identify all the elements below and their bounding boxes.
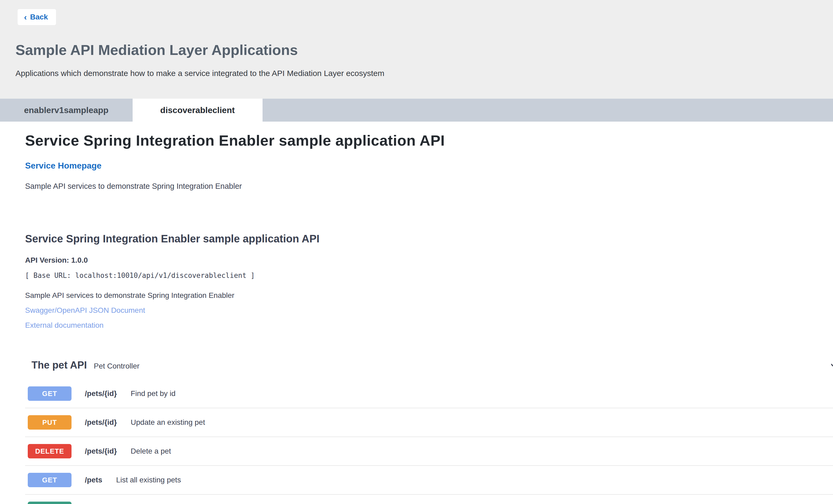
pet-section-header[interactable]: The pet API Pet Controller ›: [25, 359, 833, 371]
operation-row[interactable]: DELETE /pets/{id} Delete a pet: [25, 437, 833, 466]
swagger-json-link[interactable]: Swagger/OpenAPI JSON Document: [25, 306, 833, 315]
operation-row[interactable]: POST /pets Add a new pet: [25, 495, 833, 504]
back-button-label: Back: [30, 13, 48, 21]
operation-summary: Find pet by id: [131, 389, 175, 398]
operation-row[interactable]: GET /pets List all existing pets: [25, 466, 833, 495]
operation-path: /pets: [85, 476, 102, 484]
operation-row[interactable]: PUT /pets/{id} Update an existing pet: [25, 408, 833, 437]
page-title: Sample API Mediation Layer Applications: [16, 42, 833, 58]
tab-bar: enablerv1sampleapp discoverableclient: [0, 99, 833, 122]
back-button[interactable]: ‹ Back: [18, 9, 56, 25]
operations-list: GET /pets/{id} Find pet by id PUT /pets/…: [25, 379, 833, 504]
method-badge: DELETE: [28, 444, 72, 458]
method-badge: GET: [28, 386, 72, 401]
operation-path: /pets/{id}: [85, 389, 117, 398]
method-badge: PUT: [28, 415, 72, 430]
back-chevron-icon: ‹: [24, 13, 27, 21]
operation-summary: List all existing pets: [116, 476, 181, 484]
pet-section-title: The pet API: [31, 359, 87, 371]
base-url: [ Base URL: localhost:10010/api/v1/disco…: [25, 272, 833, 279]
apidoc-title: Service Spring Integration Enabler sampl…: [25, 233, 833, 245]
service-title: Service Spring Integration Enabler sampl…: [25, 132, 833, 149]
pet-api-section: The pet API Pet Controller › GET /pets/{…: [25, 359, 833, 504]
app-header: ‹ Back Sample API Mediation Layer Applic…: [0, 0, 833, 99]
service-description: Sample API services to demonstrate Sprin…: [25, 182, 833, 191]
section-collapse-chevron-icon[interactable]: ›: [827, 363, 833, 368]
apidoc-description: Sample API services to demonstrate Sprin…: [25, 291, 833, 300]
method-badge: POST: [28, 502, 72, 504]
page-subtitle: Applications which demonstrate how to ma…: [16, 69, 833, 78]
operation-row[interactable]: GET /pets/{id} Find pet by id: [25, 379, 833, 408]
operation-path: /pets/{id}: [85, 418, 117, 427]
tab-enablerv1sampleapp[interactable]: enablerv1sampleapp: [0, 99, 133, 122]
tab-discoverableclient[interactable]: discoverableclient: [133, 99, 263, 122]
api-version: API Version: 1.0.0: [25, 256, 833, 264]
operation-path: /pets/{id}: [85, 447, 117, 455]
pet-section-subtitle: Pet Controller: [94, 362, 140, 371]
method-badge: GET: [28, 473, 72, 487]
operation-summary: Update an existing pet: [131, 418, 205, 427]
service-homepage-link[interactable]: Service Homepage: [25, 161, 101, 171]
main-content: Service Spring Integration Enabler sampl…: [0, 122, 833, 504]
operation-summary: Delete a pet: [131, 447, 171, 455]
external-docs-link[interactable]: External documentation: [25, 321, 833, 330]
